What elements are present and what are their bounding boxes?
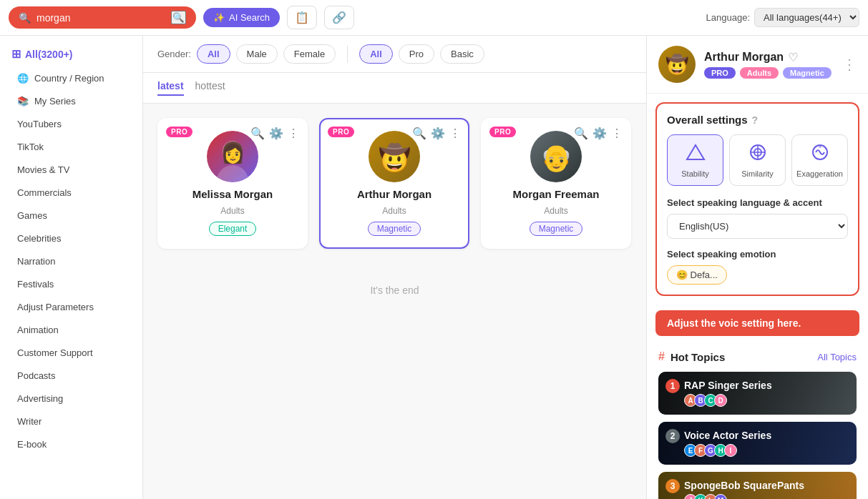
search-icon-left: 🔍 (19, 12, 31, 24)
hashtag-icon: # (658, 350, 665, 363)
voice-card-morgan-freeman[interactable]: PRO 🔍 ⚙️ ⋮ 👴 Morgan Freeman Adults Magne… (481, 118, 631, 249)
topic-card-rap-singer[interactable]: 1 RAP Singer Series A B C D (658, 372, 857, 415)
sidebar-item-e-book[interactable]: E-book (6, 433, 137, 455)
language-section-title: Select speaking language & accent (667, 197, 848, 208)
gender-male-button[interactable]: Male (236, 44, 278, 64)
magnetic-tag: Magnetic (783, 67, 832, 79)
more-options-button[interactable]: ⋮ (842, 56, 857, 73)
profile-info: Arthur Morgan ♡ PRO Adults Magnetic (704, 51, 834, 79)
favorite-button[interactable]: ♡ (788, 51, 798, 64)
type-all-button[interactable]: All (359, 44, 393, 64)
upload-button[interactable]: 📋 (287, 6, 317, 29)
svg-text:👴: 👴 (540, 142, 572, 173)
globe-icon: 🌐 (17, 73, 29, 84)
voice-tag: Magnetic (530, 222, 583, 236)
svg-point-12 (824, 147, 826, 149)
voice-card-melissa-morgan[interactable]: PRO 🔍 ⚙️ ⋮ 👩 Melissa Morgan Adults Elega… (157, 118, 308, 249)
emotion-section-title: Select speaking emotion (667, 249, 848, 260)
sidebar-item-adjust-parameters[interactable]: Adjust Parameters (6, 296, 137, 318)
tooltip-banner: Adjust the voic setting here. (655, 310, 859, 336)
type-basic-button[interactable]: Basic (440, 44, 484, 64)
language-accent-dropdown[interactable]: English(US) (667, 214, 848, 239)
pro-tag: PRO (704, 67, 736, 79)
pro-badge: PRO (489, 127, 516, 137)
sidebar-item-commercials[interactable]: Commercials (6, 182, 137, 204)
voice-type: Adults (544, 206, 567, 216)
search-card-icon[interactable]: 🔍 (574, 127, 588, 140)
topbar: 🔍 🔍 ✨ AI Search 📋 🔗 Language: All langua… (0, 0, 868, 36)
sidebar-item-youtubers[interactable]: YouTubers (6, 113, 137, 135)
type-filter: All Pro Basic (359, 44, 484, 64)
emotion-button[interactable]: 😊 Defa... (667, 265, 727, 285)
sidebar-item-my-series[interactable]: 📚 My Series (6, 90, 137, 112)
settings-card-icon[interactable]: ⚙️ (269, 127, 283, 140)
sidebar-item-festivals[interactable]: Festivals (6, 273, 137, 295)
voice-type: Adults (382, 206, 406, 216)
sidebar-item-animation[interactable]: Animation (6, 319, 137, 341)
all-topics-button[interactable]: All Topics (817, 352, 857, 362)
settings-card-icon[interactable]: ⚙️ (593, 127, 607, 140)
sidebar-item-writer[interactable]: Writer (6, 410, 137, 433)
topic-avatar: D (714, 394, 727, 407)
sidebar-item-all[interactable]: ⊞ All(3200+) (0, 41, 142, 66)
end-text: It's the end (143, 263, 646, 317)
content-area: Gender: All Male Female All Pro Basic la… (143, 36, 646, 499)
profile-tags: PRO Adults Magnetic (704, 67, 834, 79)
filter-divider (347, 46, 348, 63)
card-actions: 🔍 ⚙️ ⋮ (412, 127, 461, 140)
sidebar-item-tiktok[interactable]: TikTok (6, 136, 137, 158)
sidebar-item-country-region[interactable]: 🌐 Country / Region (6, 67, 137, 89)
topic-avatars: J K L M (684, 494, 804, 499)
similarity-icon (748, 142, 768, 167)
type-pro-button[interactable]: Pro (399, 44, 434, 64)
sidebar-item-games[interactable]: Games (6, 204, 137, 227)
svg-text:👩: 👩 (220, 141, 245, 164)
tabs-bar: latest hottest (143, 73, 646, 104)
help-icon[interactable]: ? (752, 114, 759, 126)
sidebar-item-customer-support[interactable]: Customer Support (6, 342, 137, 364)
voice-card-arthur-morgan[interactable]: PRO 🔍 ⚙️ ⋮ 🤠 Arthur Morgan Adults Magnet… (319, 118, 469, 249)
sidebar-item-advertising[interactable]: Advertising (6, 387, 137, 410)
gender-female-button[interactable]: Female (283, 44, 336, 64)
stability-button[interactable]: Stability (667, 134, 723, 186)
sidebar-item-podcasts[interactable]: Podcasts (6, 365, 137, 387)
filter-bar: Gender: All Male Female All Pro Basic (143, 36, 646, 73)
more-card-icon[interactable]: ⋮ (449, 127, 461, 140)
link-button[interactable]: 🔗 (324, 6, 354, 29)
ai-search-button[interactable]: ✨ AI Search (203, 8, 280, 27)
sidebar-item-celebrities[interactable]: Celebrities (6, 227, 137, 250)
gender-filter: Gender: All Male Female (157, 44, 336, 64)
hot-topics-header: # Hot Topics All Topics (658, 350, 857, 363)
svg-marker-5 (687, 145, 704, 159)
exaggeration-button[interactable]: Exaggeration (791, 134, 848, 186)
sidebar-all-label: All(3200+) (25, 49, 73, 60)
profile-avatar: 🤠 (658, 46, 696, 83)
svg-point-13 (813, 147, 815, 149)
ai-icon: ✨ (213, 12, 225, 23)
more-card-icon[interactable]: ⋮ (611, 127, 623, 140)
sidebar: ⊞ All(3200+) 🌐 Country / Region 📚 My Ser… (0, 36, 143, 499)
gender-all-button[interactable]: All (197, 44, 230, 64)
search-input[interactable] (36, 12, 165, 24)
tab-latest[interactable]: latest (157, 80, 184, 96)
tab-hottest[interactable]: hottest (195, 80, 225, 96)
topic-card-spongebob[interactable]: 3 SpongeBob SquarePants J K L M (658, 472, 857, 499)
topic-card-voice-actor[interactable]: 2 Voice Actor Series E F G H I (658, 422, 857, 465)
pro-badge: PRO (166, 127, 192, 137)
language-dropdown[interactable]: All languages(44+) (754, 8, 859, 27)
card-actions: 🔍 ⚙️ ⋮ (574, 127, 623, 140)
similarity-button[interactable]: Similarity (729, 134, 786, 186)
sidebar-item-narration[interactable]: Narration (6, 250, 137, 272)
voice-type: Adults (220, 206, 244, 216)
search-box[interactable]: 🔍 🔍 (9, 6, 196, 29)
settings-card-icon[interactable]: ⚙️ (431, 127, 445, 140)
profile-name-row: Arthur Morgan ♡ (704, 51, 834, 64)
svg-text:🤠: 🤠 (379, 142, 411, 173)
exaggeration-icon (810, 142, 830, 167)
search-card-icon[interactable]: 🔍 (250, 127, 265, 140)
search-submit-button[interactable]: 🔍 (171, 11, 186, 24)
more-card-icon[interactable]: ⋮ (288, 127, 299, 140)
voice-tag: Magnetic (368, 222, 421, 236)
search-card-icon[interactable]: 🔍 (412, 127, 426, 140)
sidebar-item-movies-tv[interactable]: Movies & TV (6, 159, 137, 181)
